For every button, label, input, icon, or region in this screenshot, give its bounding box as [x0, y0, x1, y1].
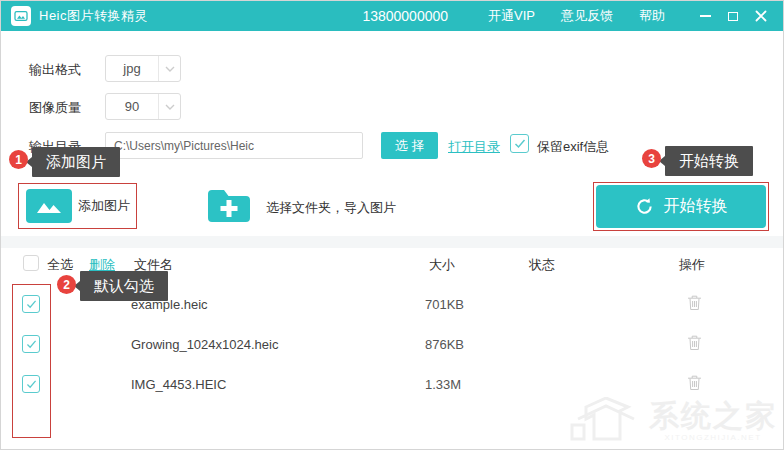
trash-icon[interactable]: [687, 374, 703, 392]
open-dir-link[interactable]: 打开目录: [448, 138, 500, 156]
callout-3-badge: 3: [642, 149, 661, 168]
keep-exif-label: 保留exif信息: [537, 138, 609, 156]
row-filename: IMG_4453.HEIC: [131, 377, 226, 392]
row-size: 1.33M: [425, 377, 461, 392]
house-icon: [564, 397, 649, 445]
quality-label: 图像质量: [29, 99, 81, 117]
chevron-down-icon: [158, 94, 180, 119]
add-images-button[interactable]: 添加图片: [18, 183, 137, 229]
folder-plus-icon: [205, 185, 253, 227]
row-filename: Growing_1024x1024.heic: [131, 337, 278, 352]
callout-1-tooltip: 添加图片: [32, 147, 120, 177]
menu-help[interactable]: 帮助: [639, 7, 665, 25]
maximize-icon: [728, 12, 738, 21]
output-format-value: jpg: [106, 61, 158, 76]
checkbox-column-highlight: [12, 284, 51, 438]
add-images-label: 添加图片: [72, 197, 136, 215]
app-image-icon: [11, 6, 31, 26]
row-size: 701KB: [425, 297, 464, 312]
callout-1-badge: 1: [9, 150, 28, 169]
menu-feedback[interactable]: 意见反馈: [561, 7, 613, 25]
menu-open-vip[interactable]: 开通VIP: [488, 7, 535, 25]
refresh-icon: [635, 197, 654, 216]
start-convert-highlight: 开始转换: [593, 182, 769, 231]
titlebar: Heic图片转换精灵 13800000000 开通VIP 意见反馈 帮助: [1, 1, 783, 31]
watermark: 系统之家 XITONGZHIJIA.NET: [564, 397, 777, 445]
quality-value: 90: [106, 99, 158, 114]
check-icon: [514, 139, 526, 149]
app-window: Heic图片转换精灵 13800000000 开通VIP 意见反馈 帮助 输出格…: [0, 0, 784, 450]
start-convert-button[interactable]: 开始转换: [596, 185, 766, 228]
select-dir-button[interactable]: 选 择: [381, 132, 438, 159]
minimize-icon: [700, 15, 711, 17]
callout-2-tooltip: 默认勾选: [80, 271, 168, 301]
trash-icon[interactable]: [687, 294, 703, 312]
output-format-label: 输出格式: [29, 61, 81, 79]
import-folder-label: 选择文件夹，导入图片: [266, 199, 396, 217]
import-folder-button[interactable]: [205, 185, 253, 227]
close-button[interactable]: [747, 1, 775, 31]
output-format-select[interactable]: jpg: [105, 55, 181, 82]
quality-select[interactable]: 90: [105, 93, 181, 120]
section-divider: [1, 236, 783, 248]
minimize-button[interactable]: [691, 1, 719, 31]
output-dir-input[interactable]: [105, 132, 363, 159]
image-mountains-icon: [26, 189, 72, 223]
watermark-subtext: XITONGZHIJIA.NET: [649, 433, 777, 442]
keep-exif-checkbox[interactable]: [510, 134, 529, 153]
callout-2-badge: 2: [57, 275, 76, 294]
select-all-checkbox[interactable]: [23, 255, 39, 271]
select-all-label: 全选: [47, 256, 73, 274]
chevron-down-icon: [158, 56, 180, 81]
phone-number: 13800000000: [362, 8, 448, 24]
col-header-size: 大小: [429, 256, 455, 274]
maximize-button[interactable]: [719, 1, 747, 31]
col-header-operation: 操作: [679, 256, 705, 274]
close-icon: [755, 10, 767, 22]
start-convert-label: 开始转换: [664, 196, 728, 217]
callout-3-tooltip: 开始转换: [665, 146, 753, 176]
app-title: Heic图片转换精灵: [39, 7, 148, 25]
trash-icon[interactable]: [687, 334, 703, 352]
row-size: 876KB: [425, 337, 464, 352]
watermark-text: 系统之家: [649, 401, 777, 431]
col-header-status: 状态: [529, 256, 555, 274]
